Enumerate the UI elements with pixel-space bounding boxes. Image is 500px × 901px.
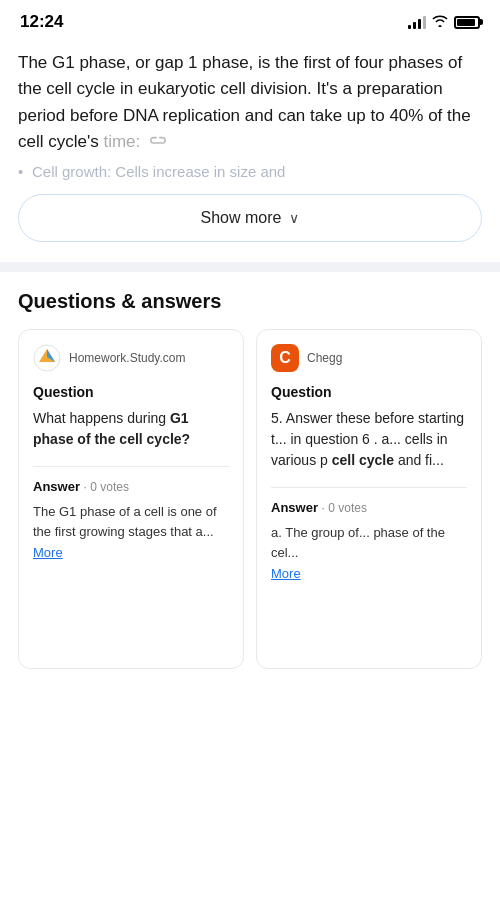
qa-card-chegg: C Chegg Question 5. Answer these before … — [256, 329, 482, 669]
card-divider-2 — [271, 487, 467, 488]
homework-question-label: Question — [33, 384, 229, 400]
status-icons — [408, 14, 480, 30]
chegg-logo: C — [271, 344, 299, 372]
main-content: The G1 phase, or gap 1 phase, is the fir… — [0, 40, 500, 242]
homework-answer-text: The G1 phase of a cell is one of the fir… — [33, 502, 229, 541]
battery-icon — [454, 16, 480, 29]
card-source-chegg: C Chegg — [271, 344, 467, 372]
chegg-answer-meta: Answer · 0 votes — [271, 500, 467, 515]
card-source-homework: Homework.Study.com — [33, 344, 229, 372]
homework-source-name: Homework.Study.com — [69, 351, 185, 365]
chegg-question-text: 5. Answer these before starting t... in … — [271, 408, 467, 471]
signal-icon — [408, 15, 426, 29]
card-divider-1 — [33, 466, 229, 467]
qa-section: Questions & answers Homework.Study.com Q… — [0, 272, 500, 669]
qa-card-homework: Homework.Study.com Question What happens… — [18, 329, 244, 669]
wifi-icon — [432, 14, 448, 30]
section-divider — [0, 262, 500, 272]
blurred-line: Cell growth: Cells increase in size and — [18, 163, 482, 180]
link-icon — [149, 134, 167, 152]
description-muted: time: — [103, 132, 140, 151]
show-more-button[interactable]: Show more ∨ — [18, 194, 482, 242]
homework-answer-meta: Answer · 0 votes — [33, 479, 229, 494]
status-time: 12:24 — [20, 12, 63, 32]
qa-title: Questions & answers — [18, 290, 482, 313]
chegg-answer-text: a. The group of... phase of the cel... — [271, 523, 467, 562]
homework-more-link[interactable]: More — [33, 545, 229, 560]
status-bar: 12:24 — [0, 0, 500, 40]
description-text: The G1 phase, or gap 1 phase, is the fir… — [18, 50, 482, 155]
chevron-down-icon: ∨ — [289, 210, 299, 226]
chegg-more-link[interactable]: More — [271, 566, 467, 581]
qa-cards: Homework.Study.com Question What happens… — [18, 329, 482, 669]
homework-logo — [33, 344, 61, 372]
show-more-label: Show more — [201, 209, 282, 227]
chegg-source-name: Chegg — [307, 351, 342, 365]
description-main: The G1 phase, or gap 1 phase, is the fir… — [18, 53, 471, 151]
chegg-question-label: Question — [271, 384, 467, 400]
homework-question-text: What happens during G1 phase of the cell… — [33, 408, 229, 450]
